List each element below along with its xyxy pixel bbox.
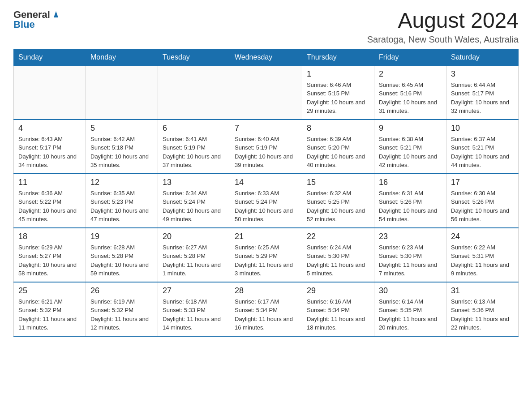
- calendar-cell: 18Sunrise: 6:29 AM Sunset: 5:27 PM Dayli…: [14, 228, 86, 282]
- day-number: 5: [90, 124, 153, 133]
- calendar-cell: 26Sunrise: 6:19 AM Sunset: 5:32 PM Dayli…: [86, 282, 158, 336]
- logo-triangle-icon: [51, 9, 61, 19]
- day-number: 28: [235, 286, 297, 295]
- day-number: 21: [235, 232, 297, 241]
- calendar-day-header: Thursday: [302, 49, 374, 65]
- day-number: 11: [18, 178, 81, 187]
- calendar-cell: 1Sunrise: 6:46 AM Sunset: 5:15 PM Daylig…: [302, 65, 374, 120]
- calendar-cell: 20Sunrise: 6:27 AM Sunset: 5:28 PM Dayli…: [158, 228, 230, 282]
- day-info: Sunrise: 6:19 AM Sunset: 5:32 PM Dayligh…: [90, 297, 153, 332]
- calendar-week-row: 1Sunrise: 6:46 AM Sunset: 5:15 PM Daylig…: [14, 65, 519, 120]
- calendar-day-header: Sunday: [14, 49, 86, 65]
- calendar-cell: 11Sunrise: 6:36 AM Sunset: 5:22 PM Dayli…: [14, 174, 86, 228]
- calendar-cell: 27Sunrise: 6:18 AM Sunset: 5:33 PM Dayli…: [158, 282, 230, 336]
- calendar-day-header: Wednesday: [230, 49, 302, 65]
- calendar-cell: 6Sunrise: 6:41 AM Sunset: 5:19 PM Daylig…: [158, 120, 230, 174]
- calendar-cell: 12Sunrise: 6:35 AM Sunset: 5:23 PM Dayli…: [86, 174, 158, 228]
- calendar-day-header: Monday: [86, 49, 158, 65]
- month-title: August 2024: [367, 9, 519, 33]
- day-number: 16: [379, 178, 442, 187]
- calendar-day-header: Friday: [374, 49, 446, 65]
- calendar-cell: 23Sunrise: 6:23 AM Sunset: 5:30 PM Dayli…: [374, 228, 446, 282]
- day-info: Sunrise: 6:46 AM Sunset: 5:15 PM Dayligh…: [307, 81, 369, 116]
- day-number: 8: [307, 124, 369, 133]
- calendar-cell: 15Sunrise: 6:32 AM Sunset: 5:25 PM Dayli…: [302, 174, 374, 228]
- day-info: Sunrise: 6:24 AM Sunset: 5:30 PM Dayligh…: [307, 243, 369, 278]
- day-info: Sunrise: 6:41 AM Sunset: 5:19 PM Dayligh…: [163, 135, 225, 170]
- day-info: Sunrise: 6:30 AM Sunset: 5:26 PM Dayligh…: [451, 189, 514, 224]
- calendar-cell: [14, 65, 86, 120]
- day-number: 4: [18, 124, 81, 133]
- day-info: Sunrise: 6:27 AM Sunset: 5:28 PM Dayligh…: [163, 243, 225, 278]
- calendar-cell: 8Sunrise: 6:39 AM Sunset: 5:20 PM Daylig…: [302, 120, 374, 174]
- calendar-day-header: Saturday: [446, 49, 519, 65]
- calendar-cell: [158, 65, 230, 120]
- day-number: 25: [18, 286, 81, 295]
- calendar-cell: 2Sunrise: 6:45 AM Sunset: 5:16 PM Daylig…: [374, 65, 446, 120]
- day-info: Sunrise: 6:39 AM Sunset: 5:20 PM Dayligh…: [307, 135, 369, 170]
- day-number: 1: [307, 69, 369, 79]
- day-info: Sunrise: 6:42 AM Sunset: 5:18 PM Dayligh…: [90, 135, 153, 170]
- calendar-cell: 29Sunrise: 6:16 AM Sunset: 5:34 PM Dayli…: [302, 282, 374, 336]
- calendar-cell: 31Sunrise: 6:13 AM Sunset: 5:36 PM Dayli…: [446, 282, 519, 336]
- calendar-cell: 13Sunrise: 6:34 AM Sunset: 5:24 PM Dayli…: [158, 174, 230, 228]
- day-number: 9: [379, 124, 442, 133]
- calendar-cell: 10Sunrise: 6:37 AM Sunset: 5:21 PM Dayli…: [446, 120, 519, 174]
- day-info: Sunrise: 6:13 AM Sunset: 5:36 PM Dayligh…: [451, 297, 514, 332]
- calendar-week-row: 18Sunrise: 6:29 AM Sunset: 5:27 PM Dayli…: [14, 228, 519, 282]
- day-info: Sunrise: 6:22 AM Sunset: 5:31 PM Dayligh…: [451, 243, 514, 278]
- day-info: Sunrise: 6:28 AM Sunset: 5:28 PM Dayligh…: [90, 243, 153, 278]
- day-number: 26: [90, 286, 153, 295]
- day-info: Sunrise: 6:32 AM Sunset: 5:25 PM Dayligh…: [307, 189, 369, 224]
- calendar-cell: 25Sunrise: 6:21 AM Sunset: 5:32 PM Dayli…: [14, 282, 86, 336]
- calendar-cell: 14Sunrise: 6:33 AM Sunset: 5:24 PM Dayli…: [230, 174, 302, 228]
- day-info: Sunrise: 6:23 AM Sunset: 5:30 PM Dayligh…: [379, 243, 442, 278]
- day-number: 12: [90, 178, 153, 187]
- day-number: 27: [163, 286, 225, 295]
- day-info: Sunrise: 6:14 AM Sunset: 5:35 PM Dayligh…: [379, 297, 442, 332]
- day-number: 17: [451, 178, 514, 187]
- calendar-cell: 4Sunrise: 6:43 AM Sunset: 5:17 PM Daylig…: [14, 120, 86, 174]
- calendar-cell: 21Sunrise: 6:25 AM Sunset: 5:29 PM Dayli…: [230, 228, 302, 282]
- page-header: General Blue August 2024 Saratoga, New S…: [13, 9, 519, 45]
- calendar-cell: 28Sunrise: 6:17 AM Sunset: 5:34 PM Dayli…: [230, 282, 302, 336]
- day-info: Sunrise: 6:36 AM Sunset: 5:22 PM Dayligh…: [18, 189, 81, 224]
- day-info: Sunrise: 6:34 AM Sunset: 5:24 PM Dayligh…: [163, 189, 225, 224]
- day-info: Sunrise: 6:37 AM Sunset: 5:21 PM Dayligh…: [451, 135, 514, 170]
- day-info: Sunrise: 6:25 AM Sunset: 5:29 PM Dayligh…: [235, 243, 297, 278]
- day-info: Sunrise: 6:18 AM Sunset: 5:33 PM Dayligh…: [163, 297, 225, 332]
- calendar-cell: 22Sunrise: 6:24 AM Sunset: 5:30 PM Dayli…: [302, 228, 374, 282]
- day-number: 10: [451, 124, 514, 133]
- calendar-week-row: 4Sunrise: 6:43 AM Sunset: 5:17 PM Daylig…: [14, 120, 519, 174]
- calendar-week-row: 25Sunrise: 6:21 AM Sunset: 5:32 PM Dayli…: [14, 282, 519, 336]
- calendar-cell: 17Sunrise: 6:30 AM Sunset: 5:26 PM Dayli…: [446, 174, 519, 228]
- day-info: Sunrise: 6:16 AM Sunset: 5:34 PM Dayligh…: [307, 297, 369, 332]
- day-number: 30: [379, 286, 442, 295]
- day-info: Sunrise: 6:43 AM Sunset: 5:17 PM Dayligh…: [18, 135, 81, 170]
- calendar-week-row: 11Sunrise: 6:36 AM Sunset: 5:22 PM Dayli…: [14, 174, 519, 228]
- day-number: 3: [451, 69, 514, 79]
- day-number: 31: [451, 286, 514, 295]
- day-number: 15: [307, 178, 369, 187]
- calendar-day-header: Tuesday: [158, 49, 230, 65]
- calendar-cell: 9Sunrise: 6:38 AM Sunset: 5:21 PM Daylig…: [374, 120, 446, 174]
- logo: General Blue: [13, 9, 61, 30]
- day-number: 23: [379, 232, 442, 241]
- day-number: 22: [307, 232, 369, 241]
- day-info: Sunrise: 6:45 AM Sunset: 5:16 PM Dayligh…: [379, 81, 442, 116]
- day-info: Sunrise: 6:21 AM Sunset: 5:32 PM Dayligh…: [18, 297, 81, 332]
- day-number: 14: [235, 178, 297, 187]
- calendar-cell: 19Sunrise: 6:28 AM Sunset: 5:28 PM Dayli…: [86, 228, 158, 282]
- day-number: 18: [18, 232, 81, 241]
- calendar-cell: 7Sunrise: 6:40 AM Sunset: 5:19 PM Daylig…: [230, 120, 302, 174]
- location-title: Saratoga, New South Wales, Australia: [367, 34, 519, 45]
- day-info: Sunrise: 6:40 AM Sunset: 5:19 PM Dayligh…: [235, 135, 297, 170]
- day-number: 24: [451, 232, 514, 241]
- calendar-table: SundayMondayTuesdayWednesdayThursdayFrid…: [13, 49, 519, 337]
- day-info: Sunrise: 6:33 AM Sunset: 5:24 PM Dayligh…: [235, 189, 297, 224]
- day-info: Sunrise: 6:29 AM Sunset: 5:27 PM Dayligh…: [18, 243, 81, 278]
- day-number: 13: [163, 178, 225, 187]
- calendar-cell: 5Sunrise: 6:42 AM Sunset: 5:18 PM Daylig…: [86, 120, 158, 174]
- calendar-cell: [86, 65, 158, 120]
- calendar-cell: 16Sunrise: 6:31 AM Sunset: 5:26 PM Dayli…: [374, 174, 446, 228]
